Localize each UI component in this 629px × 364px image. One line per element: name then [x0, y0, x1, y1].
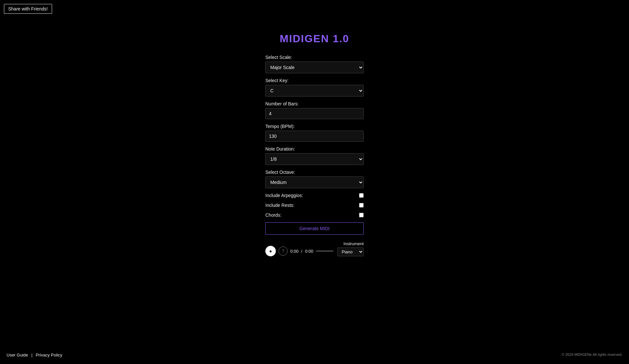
current-time: 0:00 — [290, 249, 298, 254]
time-separator: / — [301, 249, 302, 254]
player-area: ● ? 0:00 / 0:00 Instrument — [265, 241, 364, 256]
generate-midi-button[interactable]: Generate MIDI — [265, 222, 364, 235]
rests-checkbox[interactable] — [359, 203, 364, 208]
play-button[interactable]: ● — [265, 246, 276, 256]
info-button[interactable]: ? — [278, 246, 288, 256]
octave-group: Select Octave: Low Medium High — [265, 170, 364, 188]
copyright-text: © 2024 MIDIGENe All rights reserved. — [562, 353, 622, 357]
tempo-input[interactable] — [265, 131, 364, 142]
footer-links: User Guide | Privacy Policy — [7, 353, 62, 357]
scale-label: Select Scale: — [265, 55, 364, 60]
play-icon: ● — [269, 248, 272, 254]
player-controls: ● ? 0:00 / 0:00 — [265, 246, 334, 256]
instrument-select[interactable]: Piano Guitar Violin Flute Organ — [337, 247, 364, 256]
share-button[interactable]: Share with Friends! — [4, 4, 52, 14]
rests-label: Include Rests: — [265, 203, 359, 208]
app-title: MIDIGEN 1.0 — [280, 33, 349, 45]
tempo-label: Tempo (BPM): — [265, 124, 364, 129]
bars-input[interactable] — [265, 108, 364, 119]
footer: User Guide | Privacy Policy © 2024 MIDIG… — [0, 353, 629, 357]
tempo-group: Tempo (BPM): — [265, 124, 364, 142]
key-select[interactable]: C C# D D# E F F# G G# A A# B — [265, 85, 364, 97]
progress-bar[interactable] — [316, 250, 334, 252]
chords-row: Chords: — [265, 212, 364, 218]
octave-label: Select Octave: — [265, 170, 364, 175]
key-group: Select Key: C C# D D# E F F# G G# A A# B — [265, 78, 364, 97]
scale-group: Select Scale: Major Scale Minor Scale Pe… — [265, 55, 364, 73]
octave-select[interactable]: Low Medium High — [265, 176, 364, 188]
chords-label: Chords: — [265, 212, 359, 218]
info-icon: ? — [282, 249, 284, 253]
instrument-block: Instrument Piano Guitar Violin Flute Org… — [337, 241, 364, 256]
arpeggios-checkbox[interactable] — [359, 193, 364, 198]
form-section: Select Scale: Major Scale Minor Scale Pe… — [265, 55, 364, 256]
note-duration-label: Note Duration: — [265, 146, 364, 152]
note-duration-group: Note Duration: 1/8 1/4 1/2 1/1 1/16 — [265, 146, 364, 165]
privacy-policy-link[interactable]: Privacy Policy — [36, 353, 62, 357]
key-label: Select Key: — [265, 78, 364, 83]
chords-checkbox[interactable] — [359, 213, 364, 217]
footer-separator: | — [31, 353, 32, 357]
rests-row: Include Rests: — [265, 203, 364, 208]
bars-label: Number of Bars: — [265, 101, 364, 106]
scale-select[interactable]: Major Scale Minor Scale Pentatonic Blues… — [265, 62, 364, 73]
arpeggios-label: Include Arpeggios: — [265, 193, 359, 198]
total-time: 0:00 — [305, 249, 313, 254]
instrument-label: Instrument — [344, 241, 364, 246]
arpeggios-row: Include Arpeggios: — [265, 193, 364, 198]
main-container: MIDIGEN 1.0 Select Scale: Major Scale Mi… — [0, 0, 629, 256]
note-duration-select[interactable]: 1/8 1/4 1/2 1/1 1/16 — [265, 153, 364, 165]
bars-group: Number of Bars: — [265, 101, 364, 119]
user-guide-link[interactable]: User Guide — [7, 353, 28, 357]
